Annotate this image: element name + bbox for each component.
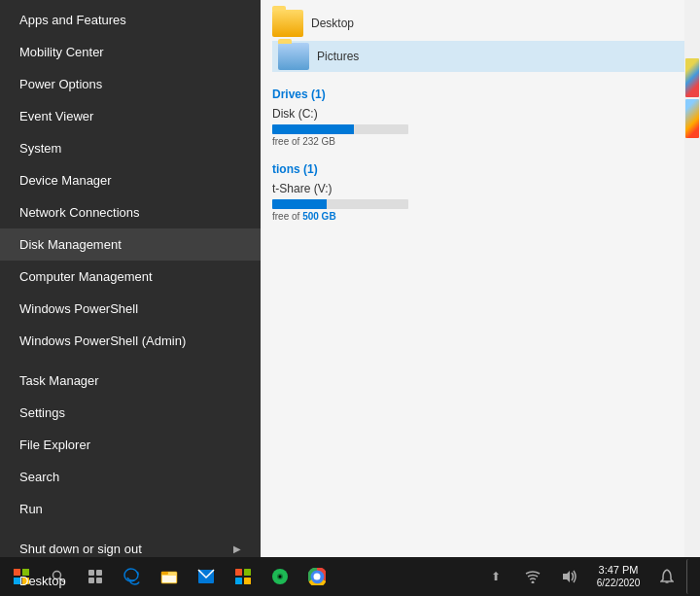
drives-section-title: Drives (1) [272, 88, 690, 101]
menu-item-apps-features[interactable]: Apps and Features [0, 4, 261, 36]
folder-row-pictures[interactable]: Pictures [272, 41, 690, 72]
menu-label-device-manager: Device Manager [19, 173, 112, 188]
thumbnail-strip [684, 0, 700, 557]
taskbar-extra-icons[interactable]: ⬆ [478, 559, 513, 594]
taskbar-notification-button[interactable] [649, 559, 684, 594]
svg-point-20 [279, 576, 282, 578]
menu-item-run[interactable]: Run [0, 493, 261, 525]
menu-item-windows-powershell-admin[interactable]: Windows PowerShell (Admin) [0, 325, 261, 357]
menu-label-run: Run [19, 502, 43, 516]
network-section-title: tions (1) [272, 162, 690, 176]
menu-label-file-explorer: File Explorer [19, 438, 90, 452]
c-drive-free-text: free of 232 GB [272, 136, 690, 147]
menu-label-settings: Settings [19, 405, 65, 420]
c-drive-bar-bg [272, 124, 408, 134]
c-drive-bar-fill [272, 124, 354, 134]
menu-item-system[interactable]: System [0, 132, 261, 164]
taskbar-show-desktop[interactable] [686, 559, 696, 594]
v-drive-free-text: free of 500 GB [272, 211, 690, 222]
menu-item-task-manager[interactable]: Task Manager [0, 365, 261, 397]
menu-item-mobility-center[interactable]: Mobility Center [0, 36, 261, 68]
c-drive-bar-container [272, 124, 690, 134]
menu-label-shut-down: Shut down or sign out [19, 542, 142, 556]
taskbar-clock[interactable]: 3:47 PM 6/22/2020 [589, 559, 648, 594]
menu-label-apps-features: Apps and Features [19, 13, 126, 27]
svg-point-23 [314, 574, 320, 579]
v-drive-bar-bg [272, 199, 408, 209]
menu-label-mobility-center: Mobility Center [19, 45, 104, 59]
menu-label-windows-powershell: Windows PowerShell [19, 301, 138, 316]
v-drive-label: t-Share (V:) [272, 182, 690, 195]
folder-row-desktop[interactable]: Desktop [272, 10, 690, 37]
taskbar-music-button[interactable] [262, 559, 298, 594]
taskbar-network-icon[interactable] [515, 559, 550, 594]
thumbnail-2 [685, 99, 699, 138]
menu-item-event-viewer[interactable]: Event Viewer [0, 100, 261, 132]
svg-marker-25 [563, 571, 570, 582]
menu-label-windows-powershell-admin: Windows PowerShell (Admin) [19, 333, 186, 348]
explorer-content: Desktop Pictures Drives (1) Disk (C:) fr… [262, 0, 700, 557]
menu-label-power-options: Power Options [19, 77, 102, 91]
folder-label-desktop: Desktop [311, 17, 354, 30]
c-drive-label: Disk (C:) [272, 107, 690, 121]
menu-item-desktop[interactable]: Desktop [0, 565, 261, 596]
menu-item-network-connections[interactable]: Network Connections [0, 196, 261, 228]
menu-item-disk-management[interactable]: Disk Management [0, 228, 261, 261]
menu-item-file-explorer[interactable]: File Explorer [0, 429, 261, 461]
folder-icon-desktop [272, 10, 303, 37]
folder-label-pictures: Pictures [317, 50, 359, 63]
menu-item-shut-down[interactable]: Shut down or sign out ▶ [0, 533, 261, 565]
menu-label-desktop: Desktop [19, 574, 66, 588]
context-menu: Apps and Features Mobility Center Power … [0, 0, 261, 557]
menu-label-event-viewer: Event Viewer [19, 109, 93, 123]
menu-label-system: System [19, 141, 61, 156]
menu-label-task-manager: Task Manager [19, 373, 99, 388]
v-drive-bar-fill [272, 199, 327, 209]
menu-item-device-manager[interactable]: Device Manager [0, 164, 261, 196]
menu-label-search: Search [19, 470, 59, 484]
taskbar-chrome-button[interactable] [299, 559, 334, 594]
menu-item-windows-powershell[interactable]: Windows PowerShell [0, 293, 261, 325]
svg-point-24 [532, 581, 535, 584]
thumbnail-1 [685, 58, 699, 97]
v-drive-highlight: 500 GB [302, 211, 335, 222]
menu-label-network-connections: Network Connections [19, 205, 140, 220]
menu-label-computer-management: Computer Management [19, 269, 153, 284]
folder-icon-pictures [278, 43, 309, 70]
menu-item-power-options[interactable]: Power Options [0, 68, 261, 100]
chevron-right-icon: ▶ [233, 543, 241, 554]
v-drive-bar-container [272, 199, 690, 209]
menu-item-computer-management[interactable]: Computer Management [0, 261, 261, 293]
menu-label-disk-management: Disk Management [19, 237, 122, 252]
taskbar-volume-icon[interactable] [552, 559, 587, 594]
menu-item-settings[interactable]: Settings [0, 397, 261, 429]
menu-item-search[interactable]: Search [0, 461, 261, 493]
